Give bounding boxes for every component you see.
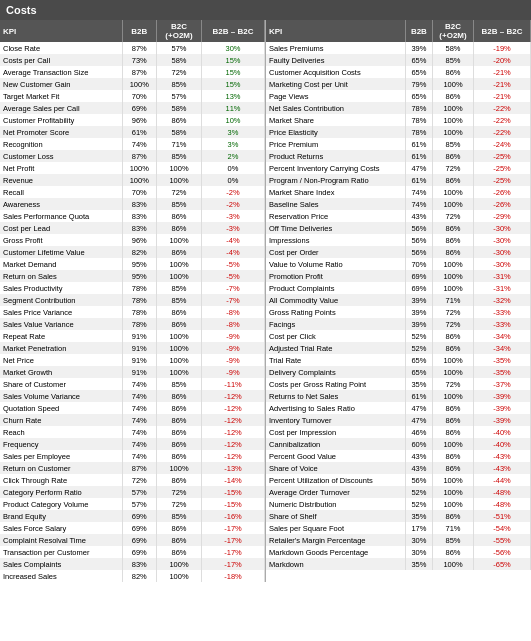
b2b-cell: 65%: [405, 354, 432, 366]
diff-cell: -19%: [473, 42, 530, 54]
kpi-cell: Cost per Lead: [0, 222, 122, 234]
b2c-cell: 100%: [156, 462, 201, 474]
b2c-cell: 86%: [433, 414, 474, 426]
table-row: Gross Profit96%100%-4%: [0, 234, 265, 246]
kpi-cell: Percent Utilization of Discounts: [266, 474, 405, 486]
table-row: Complaint Resolval Time69%86%-17%: [0, 534, 265, 546]
b2b-cell: 83%: [122, 198, 156, 210]
b2b-cell: 30%: [405, 546, 432, 558]
diff-cell: -24%: [473, 138, 530, 150]
b2c-cell: 100%: [156, 162, 201, 174]
kpi-cell: Transaction per Customer: [0, 546, 122, 558]
b2b-cell: 96%: [122, 114, 156, 126]
diff-cell: -4%: [202, 246, 265, 258]
kpi-cell: Price Elasticity: [266, 126, 405, 138]
kpi-cell: Product Complaints: [266, 282, 405, 294]
kpi-cell: Adjusted Trial Rate: [266, 342, 405, 354]
right-table: KPI B2B B2C(+O2M) B2B – B2C Sales Premiu…: [266, 20, 531, 570]
table-row: Market Share78%100%-22%: [266, 114, 531, 126]
b2c-cell: 86%: [156, 426, 201, 438]
kpi-cell: Recognition: [0, 138, 122, 150]
table-row: Share of Customer74%85%-11%: [0, 378, 265, 390]
b2b-cell: 95%: [122, 258, 156, 270]
b2b-cell: 74%: [405, 198, 432, 210]
left-table: KPI B2B B2C(+O2M) B2B – B2C Close Rate87…: [0, 20, 265, 582]
table-row: Sales Premiums39%58%-19%: [266, 42, 531, 54]
b2c-cell: 86%: [433, 510, 474, 522]
diff-cell: -9%: [202, 342, 265, 354]
table-row: Baseline Sales74%100%-26%: [266, 198, 531, 210]
b2b-cell: 96%: [122, 234, 156, 246]
b2c-cell: 86%: [156, 402, 201, 414]
diff-cell: -12%: [202, 426, 265, 438]
diff-cell: -12%: [202, 390, 265, 402]
diff-cell: -25%: [473, 162, 530, 174]
table-row: Market Growth91%100%-9%: [0, 366, 265, 378]
b2c-cell: 86%: [156, 246, 201, 258]
b2c-cell: 100%: [433, 498, 474, 510]
b2b-cell: 72%: [122, 474, 156, 486]
b2b-cell: 73%: [122, 54, 156, 66]
b2b-cell: 87%: [122, 150, 156, 162]
left-panel: KPI B2B B2C(+O2M) B2B – B2C Close Rate87…: [0, 20, 265, 582]
b2b-cell: 39%: [405, 42, 432, 54]
b2c-cell: 72%: [433, 378, 474, 390]
table-row: Advertising to Sales Ratio47%86%-39%: [266, 402, 531, 414]
left-col-kpi: KPI: [0, 20, 122, 42]
b2c-cell: 100%: [433, 114, 474, 126]
kpi-cell: Gross Rating Points: [266, 306, 405, 318]
table-row: Recognition74%71%3%: [0, 138, 265, 150]
table-row: Sales Value Variance78%86%-8%: [0, 318, 265, 330]
table-row: Delivery Complaints65%100%-35%: [266, 366, 531, 378]
b2c-cell: 100%: [433, 366, 474, 378]
left-col-b2c: B2C(+O2M): [156, 20, 201, 42]
diff-cell: -17%: [202, 522, 265, 534]
table-row: Gross Rating Points39%72%-33%: [266, 306, 531, 318]
diff-cell: -30%: [473, 246, 530, 258]
table-row: Cost per Lead83%86%-3%: [0, 222, 265, 234]
diff-cell: -5%: [202, 258, 265, 270]
b2c-cell: 85%: [156, 198, 201, 210]
b2b-cell: 56%: [405, 234, 432, 246]
b2b-cell: 74%: [122, 138, 156, 150]
table-row: Customer Loss87%85%2%: [0, 150, 265, 162]
b2c-cell: 85%: [433, 534, 474, 546]
kpi-cell: Faulty Deliveries: [266, 54, 405, 66]
kpi-cell: Program / Non-Program Ratio: [266, 174, 405, 186]
diff-cell: -30%: [473, 258, 530, 270]
kpi-cell: Segment Contribution: [0, 294, 122, 306]
main-container: KPI B2B B2C(+O2M) B2B – B2C Close Rate87…: [0, 20, 531, 582]
b2c-cell: 72%: [433, 318, 474, 330]
b2c-cell: 86%: [156, 222, 201, 234]
kpi-cell: Market Share: [266, 114, 405, 126]
b2b-cell: 61%: [405, 174, 432, 186]
b2c-cell: 86%: [156, 318, 201, 330]
table-row: Cost per Impression46%86%-40%: [266, 426, 531, 438]
b2b-cell: 61%: [405, 150, 432, 162]
b2b-cell: 78%: [122, 306, 156, 318]
b2b-cell: 56%: [405, 222, 432, 234]
diff-cell: -56%: [473, 546, 530, 558]
kpi-cell: Complaint Resolval Time: [0, 534, 122, 546]
b2b-cell: 100%: [122, 174, 156, 186]
table-row: Customer Acquisition Costs65%86%-21%: [266, 66, 531, 78]
diff-cell: 0%: [202, 174, 265, 186]
table-row: Net Sales Contribution78%100%-22%: [266, 102, 531, 114]
table-row: Trial Rate65%100%-35%: [266, 354, 531, 366]
kpi-cell: Sales Productivity: [0, 282, 122, 294]
b2b-cell: 65%: [405, 366, 432, 378]
b2b-cell: 65%: [405, 54, 432, 66]
table-row: Promotion Profit69%100%-31%: [266, 270, 531, 282]
b2b-cell: 69%: [122, 510, 156, 522]
b2b-cell: 79%: [405, 78, 432, 90]
diff-cell: -12%: [202, 402, 265, 414]
b2b-cell: 47%: [405, 162, 432, 174]
left-col-b2b: B2B: [122, 20, 156, 42]
b2b-cell: 35%: [405, 558, 432, 570]
b2b-cell: 83%: [122, 558, 156, 570]
kpi-cell: Promotion Profit: [266, 270, 405, 282]
kpi-cell: Customer Loss: [0, 150, 122, 162]
table-row: Off Time Deliveries56%86%-30%: [266, 222, 531, 234]
diff-cell: -30%: [473, 234, 530, 246]
kpi-cell: Baseline Sales: [266, 198, 405, 210]
